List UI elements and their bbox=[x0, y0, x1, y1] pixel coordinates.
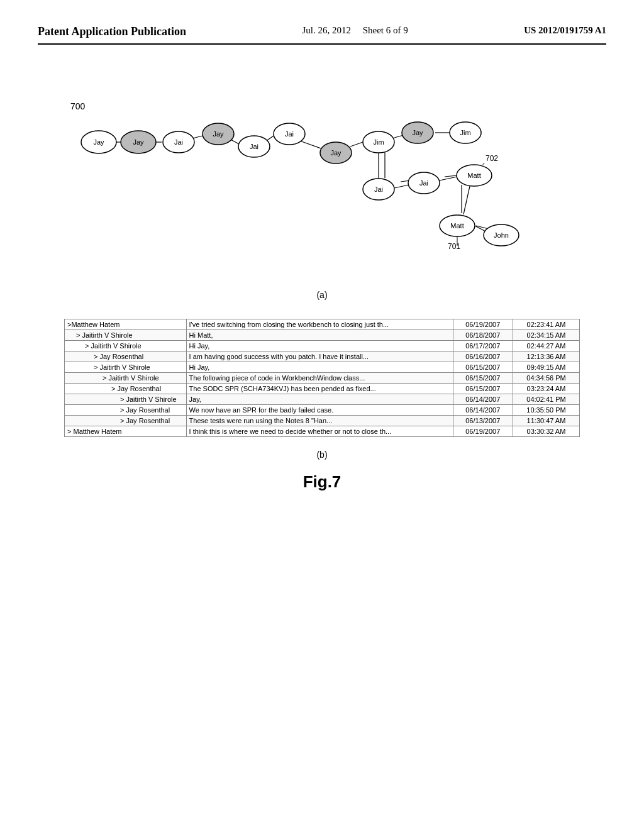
table-row: > Jay RosenthalThese tests were run usin… bbox=[65, 416, 580, 426]
svg-text:Jai: Jai bbox=[174, 138, 183, 146]
svg-text:Jai: Jai bbox=[285, 130, 294, 138]
email-time: 12:13:36 AM bbox=[513, 351, 579, 362]
email-sender: > Jay Rosenthal bbox=[65, 405, 187, 416]
svg-text:Jai: Jai bbox=[250, 143, 258, 150]
email-subject: Hi Matt, bbox=[186, 330, 453, 341]
email-sender: > Jay Rosenthal bbox=[65, 351, 187, 362]
email-time: 04:34:56 PM bbox=[513, 373, 579, 384]
svg-line-4 bbox=[267, 136, 274, 140]
svg-text:Jim: Jim bbox=[373, 138, 384, 146]
diagram-label-700: 700 bbox=[70, 101, 85, 111]
svg-text:Jay: Jay bbox=[213, 130, 224, 138]
svg-text:Jay: Jay bbox=[93, 138, 104, 146]
diagram-svg: Jay Jay Jai Jay Jai Jai Jay Jim bbox=[64, 64, 580, 277]
email-subject: Jay, bbox=[186, 394, 453, 405]
email-date: 06/13/2007 bbox=[453, 416, 513, 426]
svg-line-5 bbox=[298, 140, 321, 148]
email-subject: We now have an SPR for the badly failed … bbox=[186, 405, 453, 416]
email-subject: These tests were run using the Notes 8 "… bbox=[186, 416, 453, 426]
email-time: 02:44:27 AM bbox=[513, 341, 579, 351]
svg-line-46 bbox=[464, 186, 470, 214]
email-sender: > Jaitirth V Shirole bbox=[65, 373, 187, 384]
email-thread-table: >Matthew HatemI've tried switching from … bbox=[64, 319, 580, 437]
svg-text:Jay: Jay bbox=[412, 129, 423, 136]
sublabel-a: (a) bbox=[38, 290, 606, 300]
table-row: > Jay RosenthalWe now have an SPR for th… bbox=[65, 405, 580, 416]
email-subject: I am having good success with you patch.… bbox=[186, 351, 453, 362]
email-table: >Matthew HatemI've tried switching from … bbox=[64, 319, 580, 437]
svg-text:Jay: Jay bbox=[330, 149, 341, 157]
publication-date-sheet: Jul. 26, 2012 Sheet 6 of 9 bbox=[302, 25, 408, 36]
table-row: > Jay RosenthalThe SODC SPR (SCHA734KVJ)… bbox=[65, 384, 580, 394]
table-row: > Jaitirth V ShiroleHi Jay,06/15/200709:… bbox=[65, 362, 580, 373]
email-date: 06/14/2007 bbox=[453, 405, 513, 416]
svg-text:701: 701 bbox=[448, 242, 460, 251]
email-date: 06/15/2007 bbox=[453, 362, 513, 373]
svg-text:Matt: Matt bbox=[450, 222, 464, 230]
email-time: 03:30:32 AM bbox=[513, 426, 579, 437]
email-sender: > Matthew Hatem bbox=[65, 426, 187, 437]
email-date: 06/17/2007 bbox=[453, 341, 513, 351]
publication-date: Jul. 26, 2012 bbox=[302, 25, 351, 35]
email-sender: > Jaitirth V Shirole bbox=[65, 330, 187, 341]
svg-line-6 bbox=[350, 142, 363, 147]
svg-text:Matt: Matt bbox=[467, 172, 480, 179]
email-sender: > Jaitirth V Shirole bbox=[65, 362, 187, 373]
publication-title: Patent Application Publication bbox=[38, 25, 186, 38]
table-row: > Jaitirth V ShiroleJay,06/14/200704:02:… bbox=[65, 394, 580, 405]
email-subject: Hi Jay, bbox=[186, 362, 453, 373]
email-subject: The following piece of code in Workbench… bbox=[186, 373, 453, 384]
svg-line-38 bbox=[394, 185, 409, 188]
patent-number: US 2012/0191759 A1 bbox=[524, 25, 606, 36]
table-row: > Jay RosenthalI am having good success … bbox=[65, 351, 580, 362]
email-date: 06/19/2007 bbox=[453, 319, 513, 330]
figure-label: Fig.7 bbox=[38, 472, 606, 492]
email-date: 06/14/2007 bbox=[453, 394, 513, 405]
figure-7a-diagram: 700 bbox=[64, 64, 580, 277]
sublabel-b: (b) bbox=[38, 450, 606, 460]
email-date: 06/15/2007 bbox=[453, 384, 513, 394]
email-time: 04:02:41 PM bbox=[513, 394, 579, 405]
page: Patent Application Publication Jul. 26, … bbox=[0, 0, 644, 830]
table-row: > Jaitirth V ShiroleThe following piece … bbox=[65, 373, 580, 384]
email-date: 06/18/2007 bbox=[453, 330, 513, 341]
svg-text:Jay: Jay bbox=[133, 138, 144, 146]
email-time: 02:34:15 AM bbox=[513, 330, 579, 341]
email-date: 06/15/2007 bbox=[453, 373, 513, 384]
email-time: 10:35:50 PM bbox=[513, 405, 579, 416]
email-subject: Hi Jay, bbox=[186, 341, 453, 351]
email-sender: > Jay Rosenthal bbox=[65, 384, 187, 394]
sheet-info: Sheet 6 of 9 bbox=[363, 25, 408, 35]
email-sender: >Matthew Hatem bbox=[65, 319, 187, 330]
page-header: Patent Application Publication Jul. 26, … bbox=[38, 25, 606, 45]
svg-text:702: 702 bbox=[486, 154, 498, 163]
table-row: > Jaitirth V ShiroleHi Matt,06/18/200702… bbox=[65, 330, 580, 341]
svg-line-43 bbox=[440, 177, 457, 180]
email-sender: > Jay Rosenthal bbox=[65, 416, 187, 426]
table-row: > Matthew HatemI think this is where we … bbox=[65, 426, 580, 437]
email-time: 11:30:47 AM bbox=[513, 416, 579, 426]
email-date: 06/16/2007 bbox=[453, 351, 513, 362]
svg-text:Jai: Jai bbox=[374, 185, 383, 193]
table-row: >Matthew HatemI've tried switching from … bbox=[65, 319, 580, 330]
email-time: 09:49:15 AM bbox=[513, 362, 579, 373]
svg-text:Jai: Jai bbox=[419, 179, 428, 187]
table-row: > Jaitirth V ShiroleHi Jay,06/17/200702:… bbox=[65, 341, 580, 351]
email-time: 03:23:24 AM bbox=[513, 384, 579, 394]
email-subject: I think this is where we need to decide … bbox=[186, 426, 453, 437]
svg-text:John: John bbox=[494, 231, 509, 239]
email-subject: The SODC SPR (SCHA734KVJ) has been pende… bbox=[186, 384, 453, 394]
email-date: 06/19/2007 bbox=[453, 426, 513, 437]
email-subject: I've tried switching from closing the wo… bbox=[186, 319, 453, 330]
email-sender: > Jaitirth V Shirole bbox=[65, 394, 187, 405]
email-time: 02:23:41 AM bbox=[513, 319, 579, 330]
email-sender: > Jaitirth V Shirole bbox=[65, 341, 187, 351]
svg-text:Jim: Jim bbox=[460, 129, 470, 136]
